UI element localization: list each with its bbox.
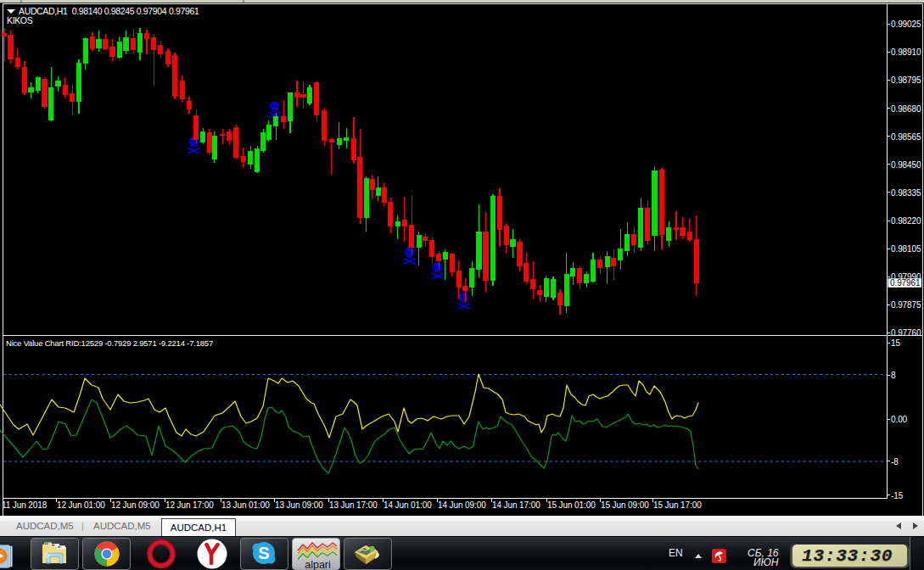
svg-text:14 Jun 09:00: 14 Jun 09:00 (438, 500, 486, 510)
svg-text:-15: -15 (891, 491, 904, 500)
svg-text:12 Jun 01:00: 12 Jun 01:00 (57, 500, 105, 510)
svg-text:0.98565: 0.98565 (891, 132, 921, 142)
svg-text:0.97760: 0.97760 (891, 328, 921, 338)
svg-text:KIKOS: KIKOS (7, 15, 33, 25)
svg-text:0.98220: 0.98220 (891, 216, 921, 226)
svg-text:0.98335: 0.98335 (891, 188, 921, 198)
svg-text:0.97875: 0.97875 (891, 300, 921, 310)
svg-text:13 Jun 09:00: 13 Jun 09:00 (275, 500, 323, 510)
svg-text:S: S (258, 544, 269, 562)
svg-text:0.00: 0.00 (891, 415, 908, 424)
svg-text:Nice Value Chart RID:12529 -0.: Nice Value Chart RID:12529 -0.7929 2.957… (6, 338, 213, 348)
svg-text:13 Jun 17:00: 13 Jun 17:00 (329, 500, 378, 510)
svg-text:12 Jun 09:00: 12 Jun 09:00 (111, 500, 160, 510)
svg-text:0.98105: 0.98105 (891, 244, 921, 254)
svg-text:11 Jun 2018: 11 Jun 2018 (2, 500, 48, 510)
svg-text:0.98795: 0.98795 (891, 75, 921, 85)
svg-text:12 Jun 17:00: 12 Jun 17:00 (165, 500, 214, 510)
svg-text:-8: -8 (891, 457, 899, 467)
svg-text:13 Jun 01:00: 13 Jun 01:00 (221, 500, 270, 510)
svg-text:14 Jun 01:00: 14 Jun 01:00 (384, 500, 432, 510)
svg-text:0.98910: 0.98910 (891, 48, 921, 57)
svg-text:0.98680: 0.98680 (891, 104, 921, 114)
svg-text:0.98450: 0.98450 (891, 160, 921, 170)
svg-text:15: 15 (891, 338, 900, 348)
svg-text:alpari: alpari (305, 559, 331, 570)
svg-text:0.97961: 0.97961 (890, 278, 921, 288)
svg-text:15 Jun 09:00: 15 Jun 09:00 (601, 500, 649, 510)
svg-text:14 Jun 17:00: 14 Jun 17:00 (492, 500, 540, 510)
svg-text:AUDCAD,H1 0.98140 0.98245 0.9: AUDCAD,H1 0.98140 0.98245 0.97904 0.9796… (19, 6, 199, 16)
svg-text:0.99025: 0.99025 (891, 20, 921, 29)
svg-text:15 Jun 01:00: 15 Jun 01:00 (547, 500, 596, 510)
svg-text:8: 8 (891, 371, 896, 380)
svg-text:15 Jun 17:00: 15 Jun 17:00 (653, 500, 702, 510)
